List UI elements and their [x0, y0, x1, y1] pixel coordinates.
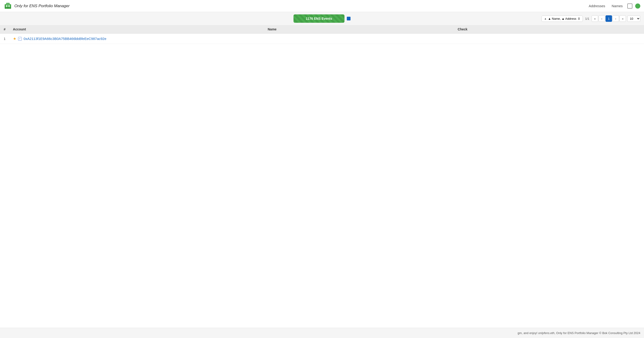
table-header: # Account Name Check — [0, 25, 644, 34]
svg-rect-6 — [10, 7, 11, 8]
col-account-header: Account — [9, 25, 264, 34]
next-page-button[interactable]: › — [612, 15, 619, 22]
sort-label: ▲ Name, ▲ Address — [548, 17, 576, 21]
svg-rect-1 — [6, 3, 10, 5]
toolbar-right: ▲ ▲ Name, ▲ Address ⇕ 1/1 « ‹ 1 › » 10 2… — [542, 15, 640, 22]
window-toggle-icon[interactable] — [627, 4, 632, 9]
footer-suffix: , Only for ENS Portfolio Manager © Bok C… — [554, 331, 640, 335]
footer-prefix: gm, and enjoy! — [518, 331, 538, 335]
sort-chevron-icon: ⇕ — [578, 17, 580, 21]
blue-square-indicator[interactable] — [347, 17, 350, 21]
row-icons: ★ ✓ 0xA2113f1E9A66c3B0A75BB466bbBfeEeC98… — [13, 37, 260, 41]
svg-rect-5 — [5, 7, 6, 8]
col-check-header: Check — [454, 25, 644, 34]
app-header: Only for ENS Portfolio Manager Addresses… — [0, 0, 644, 12]
footer-site: onlyfens.eth — [538, 331, 554, 335]
prev-page-button[interactable]: ‹ — [598, 15, 605, 22]
table-body: 1 ★ ✓ 0xA2113f1E9A66c3B0A75BB466bbBfeEeC… — [0, 34, 644, 44]
svg-rect-4 — [7, 8, 9, 8]
header-right: Addresses Names — [587, 3, 640, 9]
row-check — [454, 34, 644, 44]
row-number: 1 — [0, 34, 9, 44]
col-name-header: Name — [264, 25, 454, 34]
toolbar: 1176 ENS Events ▲ ▲ Name, ▲ Address ⇕ 1/… — [0, 12, 644, 25]
svg-point-3 — [8, 5, 10, 7]
star-icon[interactable]: ★ — [13, 37, 16, 41]
per-page-select[interactable]: 10 25 50 100 — [627, 16, 640, 22]
app-title: Only for ENS Portfolio Manager — [14, 4, 70, 8]
first-page-button[interactable]: « — [592, 15, 598, 22]
checkbox-icon[interactable]: ✓ — [18, 37, 22, 41]
names-nav-button[interactable]: Names — [610, 3, 624, 9]
current-page-button[interactable]: 1 — [606, 15, 612, 22]
address-link[interactable]: 0xA2113f1E9A66c3B0A75BB466bbBfeEeC987ac9… — [24, 37, 106, 41]
header-left: Only for ENS Portfolio Manager — [4, 2, 70, 10]
table-container: # Account Name Check 1 ★ ✓ 0xA2113f1E9A6… — [0, 25, 644, 328]
ens-events-button[interactable]: 1176 ENS Events — [294, 14, 344, 23]
col-number-header: # — [0, 25, 9, 34]
last-page-button[interactable]: » — [620, 15, 626, 22]
app-logo — [4, 2, 12, 10]
addresses-nav-button[interactable]: Addresses — [587, 3, 607, 9]
sort-select[interactable]: ▲ ▲ Name, ▲ Address ⇕ — [542, 16, 583, 22]
pagination: « ‹ 1 › » — [592, 15, 626, 22]
footer: gm, and enjoy! onlyfens.eth, Only for EN… — [0, 328, 644, 338]
connection-status-dot — [635, 4, 640, 9]
row-name — [264, 34, 454, 44]
page-info: 1/1 — [584, 17, 590, 21]
sort-arrows-icon: ▲ — [544, 17, 547, 20]
row-account: ★ ✓ 0xA2113f1E9A66c3B0A75BB466bbBfeEeC98… — [9, 34, 264, 44]
svg-point-2 — [6, 5, 8, 7]
accounts-table: # Account Name Check 1 ★ ✓ 0xA2113f1E9A6… — [0, 25, 644, 44]
table-row: 1 ★ ✓ 0xA2113f1E9A66c3B0A75BB466bbBfeEeC… — [0, 34, 644, 44]
